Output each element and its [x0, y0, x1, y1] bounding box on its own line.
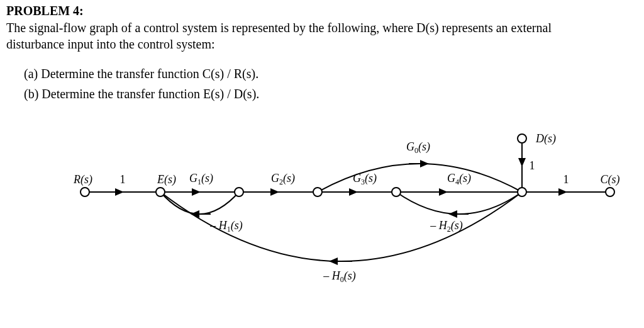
label-gain-1a: 1	[120, 173, 126, 186]
label-Es: E(s)	[157, 173, 176, 186]
label-Rs: R(s)	[74, 173, 92, 186]
label-Cs: C(s)	[601, 173, 620, 186]
problem-title: PROBLEM 4:	[6, 4, 638, 18]
problem-statement: The signal-flow graph of a control syste…	[6, 20, 638, 52]
node-5	[391, 187, 401, 197]
label-gain-1b: 1	[530, 159, 535, 172]
label-G1: G1(s)	[189, 172, 213, 188]
node-R	[80, 187, 90, 197]
label-G0: G0(s)	[406, 140, 430, 156]
edge-G0	[318, 164, 522, 192]
label-H0: – H0(s)	[323, 269, 356, 285]
problem-part-a: (a) Determine the transfer function C(s)…	[24, 64, 638, 84]
node-D	[517, 133, 527, 144]
label-G3: G3(s)	[353, 172, 377, 188]
edge-H2	[396, 192, 522, 214]
label-H1: – H1(s)	[210, 219, 243, 235]
problem-statement-line1: The signal-flow graph of a control syste…	[6, 21, 552, 35]
node-4	[313, 187, 323, 197]
label-G4: G4(s)	[447, 172, 471, 188]
label-gain-1c: 1	[564, 173, 569, 186]
node-3	[234, 187, 244, 197]
label-Ds: D(s)	[536, 132, 556, 145]
label-H2: – H2(s)	[430, 219, 463, 235]
problem-part-b: (b) Determine the transfer function E(s)…	[24, 84, 638, 104]
node-6	[517, 187, 527, 197]
node-E	[155, 187, 165, 197]
problem-statement-line2: disturbance input into the control syste…	[6, 37, 215, 51]
node-C	[605, 187, 615, 197]
label-G2: G2(s)	[271, 172, 295, 188]
edge-H1	[160, 192, 239, 214]
signal-flow-graph: R(s) C(s) D(s) 1 E(s) G1(s) G2(s) G3(s) …	[6, 110, 638, 318]
